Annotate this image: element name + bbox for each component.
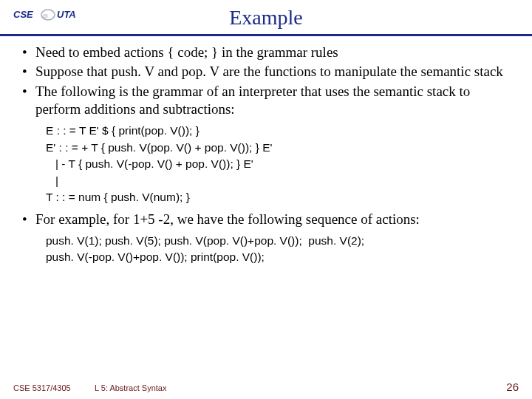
slide-body: • Need to embed actions { code; } in the… — [0, 44, 532, 266]
footer-page-number: 26 — [506, 381, 519, 393]
actions-block: push. V(1); push. V(5); push. V(pop. V()… — [46, 233, 516, 266]
footer-lecture: L 5: Abstract Syntax — [95, 383, 506, 392]
actions-line: push. V(-pop. V()+pop. V()); print(pop. … — [46, 249, 516, 265]
bullet-text: Suppose that push. V and pop. V are the … — [35, 63, 516, 81]
bullet-text: For example, for 1+5 -2, we have the fol… — [35, 211, 516, 228]
bullet-item: • The following is the grammar of an int… — [22, 83, 516, 119]
bullet-dot: • — [22, 83, 35, 119]
title-underline — [0, 34, 532, 36]
bullet-dot: • — [22, 211, 35, 228]
bullet-text: The following is the grammar of an inter… — [35, 83, 516, 119]
grammar-line: T : : = num { push. V(num); } — [46, 189, 516, 205]
bullet-item: • Need to embed actions { code; } in the… — [22, 44, 516, 61]
grammar-block: E : : = T E' $ { print(pop. V()); } E' :… — [46, 123, 516, 205]
grammar-line: | — [46, 173, 516, 189]
grammar-line: E : : = T E' $ { print(pop. V()); } — [46, 123, 516, 139]
slide-footer: CSE 5317/4305 L 5: Abstract Syntax 26 — [0, 381, 532, 393]
bullet-item: • Suppose that push. V and pop. V are th… — [22, 63, 516, 81]
bullet-dot: • — [22, 63, 35, 81]
bullet-item: • For example, for 1+5 -2, we have the f… — [22, 211, 516, 228]
actions-line: push. V(1); push. V(5); push. V(pop. V()… — [46, 233, 516, 249]
bullet-text: Need to embed actions { code; } in the g… — [35, 44, 516, 61]
slide-title: Example — [13, 6, 519, 30]
slide-header: CSE @ UTA Example — [0, 0, 532, 33]
grammar-line: | - T { push. V(-pop. V() + pop. V()); }… — [46, 156, 516, 172]
bullet-dot: • — [22, 44, 35, 61]
grammar-line: E' : : = + T { push. V(pop. V() + pop. V… — [46, 140, 516, 156]
footer-course: CSE 5317/4305 — [13, 383, 95, 392]
